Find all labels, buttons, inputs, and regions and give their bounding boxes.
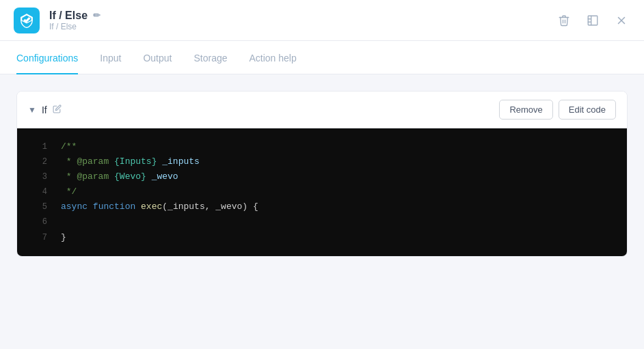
header: If / Else ✏ If / Else xyxy=(0,0,644,41)
section-actions: Remove Edit code xyxy=(499,100,616,120)
expand-button[interactable] xyxy=(584,12,602,29)
close-button[interactable] xyxy=(613,12,630,29)
code-line-6: 6 xyxy=(17,214,627,229)
section-header: ▼ If Remove Edit code xyxy=(17,92,627,128)
code-line-1: 1 /** xyxy=(17,139,627,154)
code-editor: 1 /** 2 * @param {Inputs} _inputs 3 * @p… xyxy=(17,128,627,256)
tab-input[interactable]: Input xyxy=(100,42,121,74)
delete-button[interactable] xyxy=(555,12,573,29)
section-label: If xyxy=(42,104,47,115)
main-content: ▼ If Remove Edit code 1 xyxy=(0,74,644,349)
if-section-card: ▼ If Remove Edit code 1 xyxy=(16,91,628,257)
section-edit-icon[interactable] xyxy=(53,104,62,115)
code-line-2: 2 * @param {Inputs} _inputs xyxy=(17,154,627,169)
code-line-5: 5 async function exec(_inputs, _wevo) { xyxy=(17,199,627,214)
tab-action-help[interactable]: Action help xyxy=(250,42,297,74)
logo-icon xyxy=(14,8,40,33)
svg-rect-1 xyxy=(588,16,598,25)
tab-storage[interactable]: Storage xyxy=(193,42,227,74)
title-edit-icon[interactable]: ✏ xyxy=(93,10,100,20)
header-actions xyxy=(555,12,630,29)
code-line-3: 3 * @param {Wevo} _wevo xyxy=(17,169,627,184)
tab-output[interactable]: Output xyxy=(143,42,172,74)
chevron-down-icon[interactable]: ▼ xyxy=(28,105,36,115)
header-title-group: If / Else ✏ If / Else xyxy=(49,10,100,31)
code-line-4: 4 */ xyxy=(17,184,627,199)
remove-button[interactable]: Remove xyxy=(499,100,552,120)
section-header-left: ▼ If xyxy=(28,104,62,115)
tab-configurations[interactable]: Configurations xyxy=(16,42,78,74)
page-subtitle: If / Else xyxy=(49,22,100,31)
header-left: If / Else ✏ If / Else xyxy=(14,8,100,33)
tabs-bar: Configurations Input Output Storage Acti… xyxy=(0,41,644,74)
page-title: If / Else ✏ xyxy=(49,10,100,22)
app-window: If / Else ✏ If / Else xyxy=(0,0,644,349)
edit-code-button[interactable]: Edit code xyxy=(559,100,616,120)
code-line-7: 7 } xyxy=(17,230,627,245)
